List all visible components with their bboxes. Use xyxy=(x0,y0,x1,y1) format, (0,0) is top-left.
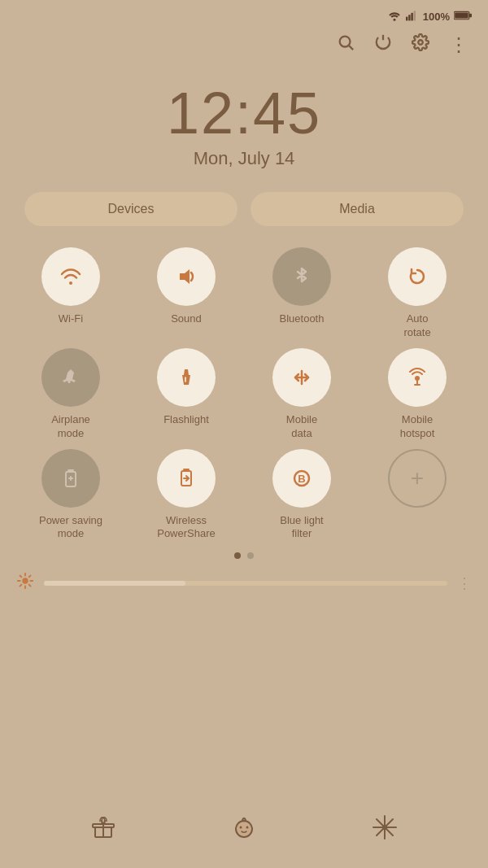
dot-1 xyxy=(234,552,241,559)
add-circle: + xyxy=(388,449,447,508)
hotspot-label: Mobile hotspot xyxy=(400,413,435,441)
brightness-track[interactable] xyxy=(44,581,447,586)
battery-icon xyxy=(454,11,472,23)
autorotate-circle xyxy=(388,247,447,306)
tab-row: Devices Media xyxy=(0,176,488,234)
tile-mobiledata[interactable]: Mobile data xyxy=(247,348,356,441)
sound-circle xyxy=(157,247,216,306)
mobiledata-circle xyxy=(272,348,331,407)
svg-point-39 xyxy=(242,818,246,822)
top-actions: ⋮ xyxy=(0,28,488,63)
svg-line-32 xyxy=(20,585,21,587)
tiles-grid: Wi-Fi Sound Bluetooth xyxy=(16,247,472,541)
tile-bluetooth[interactable]: Bluetooth xyxy=(247,247,356,340)
brightness-row: ⋮ xyxy=(0,567,488,599)
tile-bluelight[interactable]: B Blue light filter xyxy=(247,449,356,542)
search-icon[interactable] xyxy=(337,33,355,55)
svg-marker-11 xyxy=(180,269,190,284)
autorotate-label: Auto rotate xyxy=(403,312,430,340)
tab-media[interactable]: Media xyxy=(251,192,464,226)
tile-wifi[interactable]: Wi-Fi xyxy=(16,247,125,340)
clock-time: 12:45 xyxy=(0,80,488,146)
svg-line-29 xyxy=(20,576,21,578)
svg-point-37 xyxy=(239,827,242,829)
more-icon[interactable]: ⋮ xyxy=(449,35,468,55)
airplane-label: Airplane mode xyxy=(51,413,90,441)
dot-2 xyxy=(247,552,254,559)
clock-date: Mon, July 14 xyxy=(0,148,488,169)
svg-line-31 xyxy=(29,576,31,578)
clock-section: 12:45 Mon, July 14 xyxy=(0,63,488,176)
settings-icon[interactable] xyxy=(412,33,429,55)
tile-sound[interactable]: Sound xyxy=(132,247,241,340)
svg-point-24 xyxy=(22,578,28,584)
bottom-nav xyxy=(0,798,488,868)
svg-point-8 xyxy=(340,37,351,47)
svg-line-30 xyxy=(29,585,31,587)
svg-point-44 xyxy=(382,825,387,830)
hotspot-circle xyxy=(388,348,447,407)
nav-gift-icon[interactable] xyxy=(89,813,118,848)
bluelight-label: Blue light filter xyxy=(280,514,323,542)
flashlight-label: Flashlight xyxy=(163,413,209,427)
svg-point-38 xyxy=(246,827,248,829)
svg-rect-3 xyxy=(411,13,412,21)
svg-text:B: B xyxy=(298,473,305,485)
bluelight-circle: B xyxy=(272,449,331,508)
tile-add[interactable]: + xyxy=(363,449,472,542)
powersaving-circle xyxy=(41,449,100,508)
signal-icon xyxy=(406,10,419,24)
tile-autorotate[interactable]: Auto rotate xyxy=(363,247,472,340)
powersaving-label: Power saving mode xyxy=(39,514,102,542)
svg-rect-1 xyxy=(406,17,407,21)
status-bar: 100% xyxy=(0,0,488,28)
tile-powersaving[interactable]: Power saving mode xyxy=(16,449,125,542)
bluetooth-label: Bluetooth xyxy=(280,312,325,326)
tab-devices[interactable]: Devices xyxy=(24,192,237,226)
brightness-more-icon[interactable]: ⋮ xyxy=(457,574,472,592)
svg-rect-7 xyxy=(469,14,472,18)
svg-rect-4 xyxy=(413,11,415,20)
bluetooth-circle xyxy=(272,247,331,306)
svg-rect-2 xyxy=(408,15,410,20)
battery-percent: 100% xyxy=(423,11,450,23)
tile-hotspot[interactable]: Mobile hotspot xyxy=(363,348,472,441)
airplane-circle xyxy=(41,348,100,407)
brightness-fill xyxy=(44,581,185,586)
svg-rect-6 xyxy=(455,12,468,18)
nav-chick-icon[interactable] xyxy=(229,813,259,848)
wifi-circle xyxy=(41,247,100,306)
wireless-label: Wireless PowerShare xyxy=(157,514,216,542)
wifi-label: Wi-Fi xyxy=(59,312,83,326)
dots-row xyxy=(0,541,488,567)
flashlight-circle xyxy=(157,348,216,407)
sound-label: Sound xyxy=(171,312,202,326)
tiles-container: Wi-Fi Sound Bluetooth xyxy=(0,234,488,541)
tile-flashlight[interactable]: Flashlight xyxy=(132,348,241,441)
mobiledata-label: Mobile data xyxy=(286,413,317,441)
svg-point-0 xyxy=(393,19,395,21)
power-icon[interactable] xyxy=(374,33,392,55)
svg-point-10 xyxy=(418,40,423,45)
tile-airplane[interactable]: Airplane mode xyxy=(16,348,125,441)
svg-line-9 xyxy=(349,46,353,50)
plus-icon: + xyxy=(411,465,424,491)
brightness-icon xyxy=(16,572,34,594)
tile-wireless[interactable]: Wireless PowerShare xyxy=(132,449,241,542)
wifi-status-icon xyxy=(387,10,402,24)
nav-pinwheel-icon[interactable] xyxy=(370,813,399,848)
wireless-circle xyxy=(157,449,216,508)
